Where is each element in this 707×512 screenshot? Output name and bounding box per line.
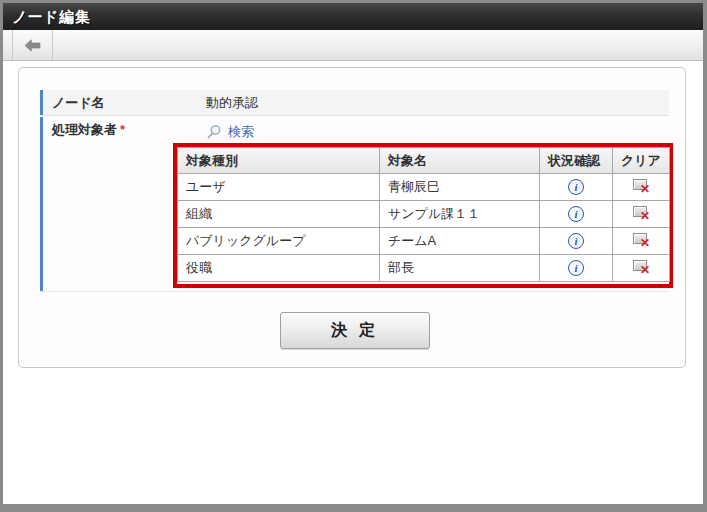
search-link-label: 検索 <box>228 119 254 144</box>
toolbar <box>3 30 703 61</box>
submit-button[interactable]: 決 定 <box>280 312 430 349</box>
header-target-type: 対象種別 <box>178 148 380 174</box>
target-table: 対象種別 対象名 状況確認 クリア ユーザ 青柳辰巳 i ✕ 組織 <box>177 147 670 282</box>
magnifier-icon <box>206 124 222 140</box>
info-icon: i <box>568 179 584 195</box>
clear-x-icon: ✕ <box>632 259 650 274</box>
page-title-text: ノード編集 <box>12 8 90 25</box>
window-frame: ノード編集 ノード名 動的承認 処理対象者* <box>0 0 707 512</box>
cell-target-type: ユーザ <box>178 174 380 201</box>
info-icon: i <box>568 206 584 222</box>
arrow-left-icon <box>24 39 41 52</box>
form-row-node-name: ノード名 動的承認 <box>40 90 669 116</box>
clear-x-icon: ✕ <box>632 205 650 220</box>
header-status-check: 状況確認 <box>540 148 613 174</box>
cell-target-name: チームA <box>380 228 540 255</box>
cell-target-type: 組織 <box>178 201 380 228</box>
highlighted-target-table: 対象種別 対象名 状況確認 クリア ユーザ 青柳辰巳 i ✕ 組織 <box>173 143 673 288</box>
node-name-label: ノード名 <box>43 90 206 115</box>
status-info-button[interactable]: i <box>568 233 584 249</box>
cell-target-name: 部長 <box>380 255 540 282</box>
cell-target-type: 役職 <box>178 255 380 282</box>
status-info-button[interactable]: i <box>568 260 584 276</box>
accent-bar <box>40 117 43 291</box>
header-clear: クリア <box>613 148 670 174</box>
cell-target-type: パブリックグループ <box>178 228 380 255</box>
table-row: 役職 部長 i ✕ <box>178 255 670 282</box>
header-target-name: 対象名 <box>380 148 540 174</box>
clear-button[interactable]: ✕ <box>632 178 650 196</box>
table-row: パブリックグループ チームA i ✕ <box>178 228 670 255</box>
table-row: 組織 サンプル課１１ i ✕ <box>178 201 670 228</box>
page-title: ノード編集 <box>3 3 703 30</box>
clear-button[interactable]: ✕ <box>632 205 650 223</box>
node-name-value: 動的承認 <box>206 90 258 115</box>
target-label: 処理対象者* <box>43 117 206 142</box>
table-row: ユーザ 青柳辰巳 i ✕ <box>178 174 670 201</box>
clear-button[interactable]: ✕ <box>632 259 650 277</box>
toolbar-separator <box>52 30 53 60</box>
search-link[interactable]: 検索 <box>206 119 254 144</box>
status-info-button[interactable]: i <box>568 206 584 222</box>
clear-x-icon: ✕ <box>632 232 650 247</box>
status-info-button[interactable]: i <box>568 179 584 195</box>
info-icon: i <box>568 233 584 249</box>
info-icon: i <box>568 260 584 276</box>
toolbar-separator <box>12 30 13 60</box>
clear-button[interactable]: ✕ <box>632 232 650 250</box>
required-marker: * <box>120 122 125 137</box>
table-header-row: 対象種別 対象名 状況確認 クリア <box>178 148 670 174</box>
clear-x-icon: ✕ <box>632 178 650 193</box>
form-panel: ノード名 動的承認 処理対象者* 検索 <box>18 67 686 368</box>
back-button[interactable] <box>16 33 49 57</box>
cell-target-name: サンプル課１１ <box>380 201 540 228</box>
cell-target-name: 青柳辰巳 <box>380 174 540 201</box>
